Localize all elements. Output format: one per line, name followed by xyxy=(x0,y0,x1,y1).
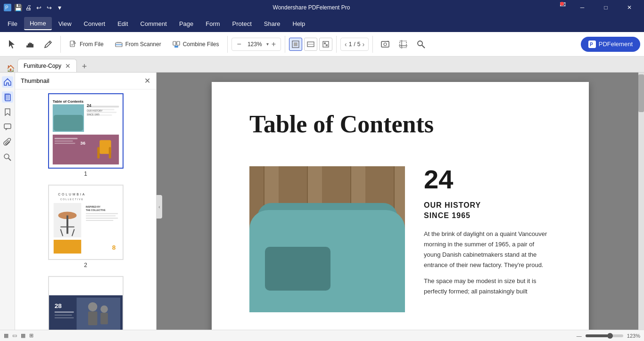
combine-files-button[interactable]: Combine Files xyxy=(168,36,224,53)
menu-comment[interactable]: Comment xyxy=(135,17,173,30)
left-icon-home[interactable] xyxy=(2,76,13,88)
svg-rect-71 xyxy=(86,218,118,219)
left-icon-pages[interactable] xyxy=(2,91,13,103)
select-tool-button[interactable] xyxy=(4,34,21,55)
svg-point-78 xyxy=(88,302,97,312)
redo-icon[interactable]: ↪ xyxy=(45,4,53,11)
search-tool-button[interactable] xyxy=(413,34,429,55)
svg-rect-25 xyxy=(381,41,389,47)
zoom-slider-thumb[interactable] xyxy=(607,333,613,339)
zoom-out-button[interactable]: − xyxy=(235,40,243,49)
menu-view[interactable]: View xyxy=(53,17,77,30)
svg-rect-69 xyxy=(86,213,118,214)
actual-size-button[interactable] xyxy=(319,38,332,51)
edit-text-button[interactable] xyxy=(40,34,57,55)
menu-edit[interactable]: Edit xyxy=(112,17,133,30)
svg-rect-77 xyxy=(76,298,120,330)
menu-help[interactable]: Help xyxy=(287,17,311,30)
zoom-dropdown-icon[interactable]: ▾ xyxy=(266,41,269,47)
svg-rect-36 xyxy=(4,124,11,129)
print-icon[interactable]: 🖨 xyxy=(25,4,32,11)
collapse-icon: ‹ xyxy=(158,204,160,210)
zoom-in-button[interactable]: + xyxy=(270,40,278,49)
new-tab-button[interactable]: + xyxy=(79,61,90,72)
status-icon-1[interactable]: ▦ xyxy=(4,333,8,339)
save-icon[interactable]: 💾 xyxy=(14,4,22,11)
svg-rect-56 xyxy=(108,147,111,158)
pdf-chapter-number: 24 xyxy=(424,166,551,193)
svg-rect-82 xyxy=(54,311,74,313)
thumbnail-page-1[interactable]: Table of Contents 24 OUR HISTORY SINCE 1… xyxy=(19,93,152,177)
home-tab-icon[interactable]: 🏠 xyxy=(4,65,17,72)
left-icon-bookmark[interactable] xyxy=(2,106,13,118)
crop-tool-button[interactable] xyxy=(395,34,412,55)
svg-rect-27 xyxy=(400,41,406,48)
menu-page[interactable]: Page xyxy=(173,17,199,30)
svg-text:COLLECTIVE: COLLECTIVE xyxy=(60,198,83,201)
page-next-button[interactable]: › xyxy=(362,41,364,48)
page-navigation: ‹ 1 / 5 › xyxy=(340,38,369,51)
svg-rect-5 xyxy=(31,43,32,48)
menu-form[interactable]: Form xyxy=(200,17,225,30)
sidebar-collapse-button[interactable]: ‹ xyxy=(157,195,162,219)
svg-line-31 xyxy=(422,45,425,48)
svg-rect-4 xyxy=(29,42,31,48)
left-icon-comment[interactable] xyxy=(2,122,13,133)
screenshot-tool-button[interactable] xyxy=(377,34,394,55)
page-prev-button[interactable]: ‹ xyxy=(345,41,347,48)
svg-marker-2 xyxy=(9,40,15,49)
sep2 xyxy=(227,36,228,53)
tab-close-button[interactable]: ✕ xyxy=(65,62,71,70)
hand-tool-button[interactable] xyxy=(22,34,39,55)
sep1 xyxy=(60,36,61,53)
view-mode-group xyxy=(289,38,332,51)
main-area: Thumbnail ✕ Table of Contents xyxy=(0,73,644,341)
status-bar-right: — 123% xyxy=(577,333,640,339)
svg-text:28: 28 xyxy=(54,302,62,309)
svg-rect-7 xyxy=(26,45,28,48)
zoom-slider-fill xyxy=(586,334,608,337)
zoom-slider[interactable] xyxy=(586,334,623,337)
page-current-display[interactable]: 1 xyxy=(349,41,352,48)
undo-icon[interactable]: ↩ xyxy=(35,4,42,11)
scrollbar-thumb[interactable] xyxy=(638,74,644,112)
left-icon-search[interactable] xyxy=(2,152,13,163)
window-controls: ✉ ─ □ ✕ xyxy=(560,0,640,15)
maximize-button[interactable]: □ xyxy=(595,0,617,15)
svg-rect-79 xyxy=(88,311,97,325)
zoom-value-display[interactable]: 123% xyxy=(244,41,265,48)
from-scanner-button[interactable]: From Scanner xyxy=(110,36,166,53)
status-zoom-minus[interactable]: — xyxy=(577,333,582,339)
left-icon-attachment[interactable] xyxy=(2,137,13,148)
status-icon-2[interactable]: ▭ xyxy=(12,333,17,339)
menu-share[interactable]: Share xyxy=(258,17,286,30)
thumbnail-page-2[interactable]: COLUMBIA COLLECTIVE INSPIRED BY THE COLL… xyxy=(19,185,152,268)
from-file-button[interactable]: From File xyxy=(65,36,108,53)
notification-dot xyxy=(560,2,564,6)
pdf-viewer[interactable]: Table of Contents 24 OUR HISTORY SIN xyxy=(157,73,644,341)
svg-rect-42 xyxy=(53,115,83,131)
page-number-1: 1 xyxy=(19,170,152,177)
svg-rect-81 xyxy=(100,313,108,324)
close-button[interactable]: ✕ xyxy=(619,0,640,15)
menu-protect[interactable]: Protect xyxy=(227,17,257,30)
sidebar-close-button[interactable]: ✕ xyxy=(144,76,150,85)
tab-furniture-copy[interactable]: Furniture-Copy ✕ xyxy=(17,59,77,72)
zoom-control: − 123% ▾ + xyxy=(231,38,281,51)
menu-home[interactable]: Home xyxy=(24,17,52,30)
menu-convert[interactable]: Convert xyxy=(78,17,111,30)
title-bar-left: P 💾 🖨 ↩ ↪ ▾ xyxy=(4,4,63,11)
dropdown-icon[interactable]: ▾ xyxy=(56,4,63,11)
menu-file[interactable]: File xyxy=(2,17,23,30)
minimize-button[interactable]: ─ xyxy=(571,0,593,15)
fit-width-button[interactable] xyxy=(304,38,317,51)
status-icon-4[interactable]: ⊞ xyxy=(29,333,33,339)
status-icon-3[interactable]: ▦ xyxy=(21,333,25,339)
pdfelem-button[interactable]: P PDFelement xyxy=(581,37,640,52)
pdf-toc-title: Table of Contents xyxy=(249,110,551,138)
svg-line-38 xyxy=(8,158,11,161)
fit-page-button[interactable] xyxy=(289,38,302,51)
scrollbar[interactable] xyxy=(638,73,644,341)
mail-area[interactable]: ✉ xyxy=(560,0,566,15)
svg-text:24: 24 xyxy=(86,103,91,108)
